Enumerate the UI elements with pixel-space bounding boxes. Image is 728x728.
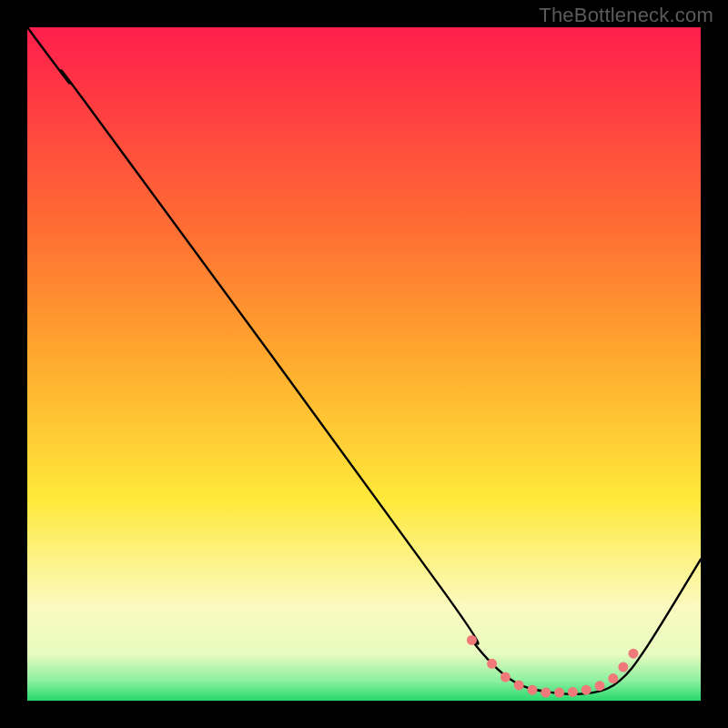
valley-dot bbox=[629, 649, 639, 659]
valley-dot bbox=[618, 662, 628, 672]
valley-dot bbox=[528, 685, 538, 695]
valley-dot bbox=[554, 688, 564, 698]
valley-dot bbox=[467, 635, 477, 645]
valley-dot bbox=[568, 687, 578, 697]
valley-dot bbox=[595, 681, 605, 691]
bottleneck-curve bbox=[27, 27, 701, 694]
valley-dot bbox=[514, 680, 524, 690]
valley-dot bbox=[608, 673, 618, 683]
watermark-text: TheBottleneck.com bbox=[539, 4, 713, 27]
valley-dot bbox=[581, 685, 592, 695]
plot-area bbox=[27, 27, 701, 701]
valley-dot bbox=[487, 659, 497, 669]
valley-dots bbox=[467, 635, 639, 698]
valley-dot bbox=[500, 672, 511, 682]
valley-dot bbox=[541, 688, 551, 698]
chart-stage: TheBottleneck.com bbox=[0, 0, 728, 728]
curve-layer bbox=[27, 27, 701, 701]
